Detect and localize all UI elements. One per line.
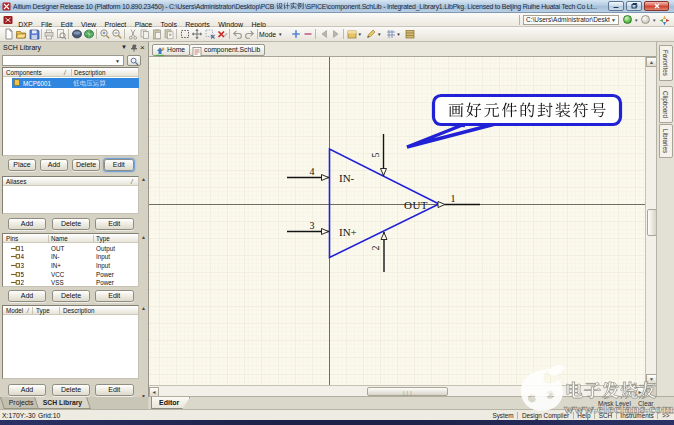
move-selection-icon[interactable] xyxy=(191,28,204,41)
chevron-down-icon[interactable]: ▼ xyxy=(611,17,616,23)
forward-orb-icon[interactable] xyxy=(623,15,632,24)
address-combo[interactable]: C:\Users\Administrator\Deskt xyxy=(523,15,619,25)
pin-row[interactable]: 3 IN+ Input xyxy=(3,261,138,270)
statusbar-instruments[interactable]: Instruments xyxy=(617,412,658,419)
zoom-out-icon[interactable] xyxy=(111,28,124,41)
edit-component-button[interactable]: Edit xyxy=(104,159,134,171)
pin-row[interactable]: 5 VCC Power xyxy=(3,270,138,279)
pin-row[interactable]: 1 OUT Output xyxy=(3,244,138,253)
component-row-selected[interactable]: MCP6001 xyxy=(12,78,139,88)
tab-editor[interactable]: Editor xyxy=(151,397,190,409)
chevron-down-icon[interactable]: ▼ xyxy=(377,28,384,41)
chevron-down-icon[interactable]: ▼ xyxy=(121,44,127,50)
column-header[interactable]: Type xyxy=(36,307,50,314)
chevron-down-icon[interactable]: ▼ xyxy=(634,18,638,23)
previous-view-icon[interactable] xyxy=(318,28,331,41)
new-document-icon[interactable] xyxy=(3,28,16,41)
tab-home[interactable]: Home xyxy=(152,44,190,56)
select-area-icon[interactable] xyxy=(179,28,192,41)
column-header[interactable]: Components xyxy=(6,69,42,76)
horizontal-scrollbar-thumb[interactable]: | | | xyxy=(367,387,448,397)
copy-icon[interactable] xyxy=(139,28,152,41)
storage-manager-icon[interactable] xyxy=(404,28,417,41)
mode-dropdown-button[interactable]: Mode▼ xyxy=(259,28,289,41)
tab-clipboard[interactable]: Clipboard xyxy=(659,86,673,123)
vertical-scrollbar-thumb[interactable] xyxy=(647,209,657,236)
statusbar-more[interactable]: >> xyxy=(658,412,673,419)
column-header[interactable]: Description xyxy=(63,307,95,314)
statusbar-design-compiler[interactable]: Design Compiler xyxy=(518,412,572,419)
clear-button[interactable]: Clear xyxy=(638,400,654,407)
view-board-icon[interactable] xyxy=(83,28,96,41)
statusbar-system[interactable]: System xyxy=(489,412,518,419)
undo-icon[interactable] xyxy=(231,28,244,41)
zoom-plus-icon[interactable] xyxy=(290,28,303,41)
clear-filter-icon[interactable] xyxy=(216,28,229,41)
add-model-button[interactable]: Add xyxy=(8,384,46,396)
schematic-canvas[interactable]: 4 IN- 3 IN+ 1 OUT 5 xyxy=(149,57,645,385)
print-icon[interactable] xyxy=(43,28,56,41)
restore-button[interactable] xyxy=(626,1,642,11)
print-preview-icon[interactable] xyxy=(55,28,68,41)
delete-alias-button[interactable]: Delete xyxy=(52,218,90,230)
statusbar-sch[interactable]: SCH xyxy=(595,412,616,419)
edit-alias-button[interactable]: Edit xyxy=(95,218,134,230)
pin-panel-icon[interactable] xyxy=(130,44,138,52)
paste-icon[interactable] xyxy=(151,28,164,41)
chevron-down-icon[interactable]: ▼ xyxy=(358,28,365,41)
back-orb-icon[interactable] xyxy=(641,15,650,24)
model-list-header[interactable]: Model / Type Description xyxy=(3,306,138,315)
scroll-right-icon[interactable]: ► xyxy=(635,387,645,397)
pins-list-header[interactable]: Pins Name Type xyxy=(3,234,138,243)
redo-icon[interactable] xyxy=(244,28,257,41)
delete-model-button[interactable]: Delete xyxy=(52,384,90,396)
vertical-scrollbar[interactable]: ▲ ▼ xyxy=(645,57,656,385)
aliases-list-header[interactable]: Aliases / xyxy=(3,177,138,186)
chevron-down-icon[interactable]: ▼ xyxy=(396,28,403,41)
close-panel-icon[interactable]: × xyxy=(140,43,145,52)
minimize-button[interactable] xyxy=(608,1,624,11)
tab-sch-library[interactable]: SCH Library xyxy=(34,397,91,409)
close-button[interactable] xyxy=(644,1,669,11)
view-3d-icon[interactable] xyxy=(71,28,84,41)
column-header[interactable]: Name xyxy=(51,235,68,242)
place-button[interactable]: Place xyxy=(8,159,36,171)
column-header[interactable]: Description xyxy=(74,69,106,76)
save-icon[interactable] xyxy=(28,28,41,41)
column-header[interactable]: Type xyxy=(96,235,110,242)
search-button[interactable] xyxy=(127,55,141,66)
open-document-icon[interactable] xyxy=(15,28,28,41)
chevron-down-icon[interactable]: ▼ xyxy=(652,18,656,23)
horizontal-scrollbar[interactable]: ◄ | | | ► xyxy=(149,385,645,396)
chevron-down-icon[interactable]: ▼ xyxy=(115,58,120,64)
zoom-minus-icon[interactable] xyxy=(302,28,315,41)
delete-pin-button[interactable]: Delete xyxy=(52,290,90,302)
components-list-header[interactable]: Components / Description xyxy=(3,68,138,77)
scroll-up-icon[interactable]: ▲ xyxy=(141,176,148,182)
delete-component-button[interactable]: Delete xyxy=(72,159,100,171)
tab-component-schlib[interactable]: component.SchLib xyxy=(189,44,265,56)
paste-array-icon[interactable] xyxy=(163,28,176,41)
component-filter-input[interactable] xyxy=(2,55,124,66)
add-component-button[interactable]: Add xyxy=(40,159,68,171)
tab-favorites[interactable]: Favorites xyxy=(659,45,673,81)
column-header[interactable]: Pins xyxy=(6,235,18,242)
pin-row[interactable]: 4 IN- Input xyxy=(3,252,138,261)
edit-pin-button[interactable]: Edit xyxy=(95,290,134,302)
column-header[interactable]: Aliases xyxy=(6,178,26,185)
tab-libraries[interactable]: Libraries xyxy=(659,124,673,158)
next-view-icon[interactable] xyxy=(330,28,343,41)
add-alias-button[interactable]: Add xyxy=(8,218,46,230)
pin-row[interactable]: 2 VSS Power xyxy=(3,278,138,287)
scroll-up-icon[interactable]: ▲ xyxy=(141,234,148,240)
add-pin-button[interactable]: Add xyxy=(8,290,46,302)
zoom-in-icon[interactable] xyxy=(99,28,112,41)
statusbar-help[interactable]: Help xyxy=(574,412,594,419)
scroll-left-icon[interactable]: ◄ xyxy=(149,387,159,397)
scroll-up-icon[interactable]: ▲ xyxy=(141,305,148,311)
cut-icon[interactable] xyxy=(127,28,140,41)
mask-level-label[interactable]: Mask Level xyxy=(598,400,631,407)
edit-model-button[interactable]: Edit xyxy=(95,384,134,396)
deselect-all-icon[interactable] xyxy=(204,28,217,41)
column-header[interactable]: Model xyxy=(6,307,23,314)
